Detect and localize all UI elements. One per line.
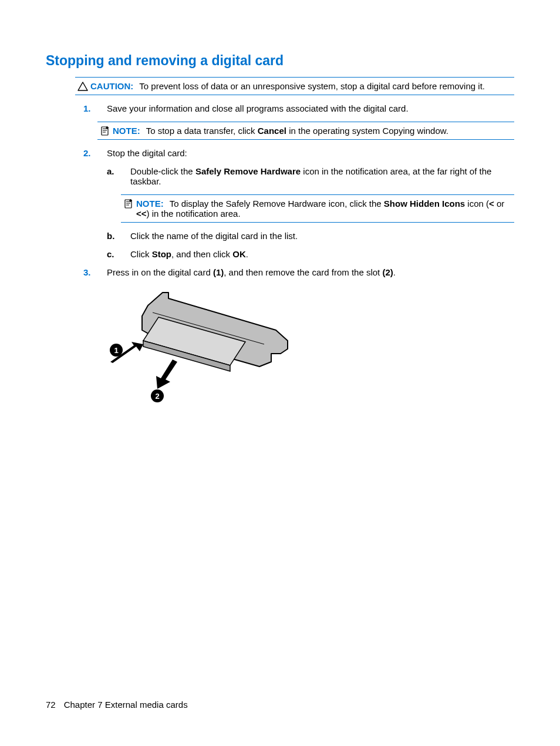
- step-number: 3.: [83, 267, 91, 277]
- substep-letter: a.: [107, 166, 114, 176]
- step-2: 2. Stop the digital card: a. Double-clic…: [83, 148, 514, 259]
- digital-card-figure: 1 2: [107, 288, 514, 411]
- caution-text: CAUTION:To prevent loss of data or an un…: [90, 81, 514, 91]
- step-text: Press in on the digital card (1), and th…: [107, 267, 396, 277]
- note-label: NOTE:: [136, 199, 164, 209]
- step-2a: a. Double-click the Safely Remove Hardwa…: [107, 166, 514, 223]
- step-2b: b. Click the name of the digital card in…: [107, 231, 514, 241]
- caution-icon: [77, 82, 88, 91]
- step-text: Save your information and close all prog…: [107, 103, 409, 113]
- note-text: NOTE:To display the Safely Remove Hardwa…: [136, 199, 514, 219]
- note-label: NOTE:: [113, 126, 140, 136]
- step-text: Stop the digital card:: [107, 148, 187, 158]
- caution-label: CAUTION:: [90, 81, 133, 91]
- svg-text:2: 2: [155, 392, 159, 401]
- note-callout: NOTE:To display the Safely Remove Hardwa…: [121, 194, 514, 223]
- substep-text: Click Stop, and then click OK.: [130, 249, 248, 259]
- step-3: 3. Press in on the digital card (1), and…: [83, 267, 514, 411]
- note-callout: NOTE:To stop a data transfer, click Canc…: [97, 122, 514, 140]
- page-number: 72: [46, 700, 56, 710]
- substep-text: Double-click the Safely Remove Hardware …: [130, 166, 491, 186]
- note-text: NOTE:To stop a data transfer, click Canc…: [113, 126, 514, 136]
- caution-callout: CAUTION:To prevent loss of data or an un…: [75, 77, 514, 95]
- substep-text: Click the name of the digital card in th…: [130, 231, 298, 241]
- page-footer: 72Chapter 7 External media cards: [46, 700, 188, 710]
- substep-letter: c.: [107, 249, 114, 259]
- note-icon: [123, 199, 134, 209]
- note-icon: [100, 126, 110, 136]
- svg-text:1: 1: [114, 346, 118, 355]
- step-number: 2.: [83, 148, 91, 158]
- step-1: 1. Save your information and close all p…: [83, 103, 514, 140]
- chapter-label: Chapter 7 External media cards: [64, 700, 188, 710]
- section-heading: Stopping and removing a digital card: [46, 53, 514, 69]
- substep-letter: b.: [107, 231, 114, 241]
- step-2c: c. Click Stop, and then click OK.: [107, 249, 514, 259]
- step-number: 1.: [83, 103, 91, 113]
- main-steps-list: 1. Save your information and close all p…: [83, 103, 514, 411]
- sub-steps-list: a. Double-click the Safely Remove Hardwa…: [107, 166, 514, 259]
